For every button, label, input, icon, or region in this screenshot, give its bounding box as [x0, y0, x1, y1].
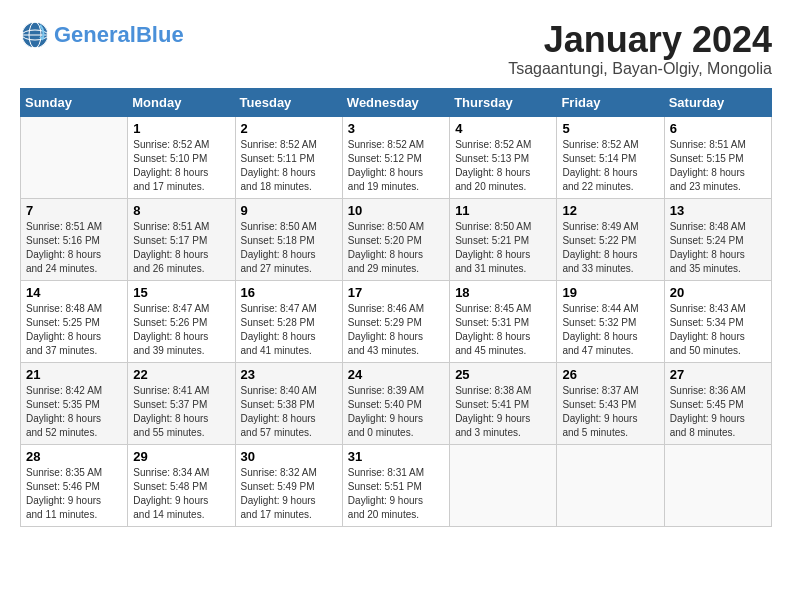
day-info: Sunrise: 8:50 AM Sunset: 5:18 PM Dayligh… — [241, 220, 337, 276]
day-number: 5 — [562, 121, 658, 136]
day-info: Sunrise: 8:48 AM Sunset: 5:25 PM Dayligh… — [26, 302, 122, 358]
calendar-cell: 16Sunrise: 8:47 AM Sunset: 5:28 PM Dayli… — [235, 280, 342, 362]
calendar-cell — [21, 116, 128, 198]
calendar-cell: 4Sunrise: 8:52 AM Sunset: 5:13 PM Daylig… — [450, 116, 557, 198]
day-number: 14 — [26, 285, 122, 300]
page-header: GeneralBlue January 2024 Tsagaantungi, B… — [20, 20, 772, 78]
calendar-cell: 12Sunrise: 8:49 AM Sunset: 5:22 PM Dayli… — [557, 198, 664, 280]
day-number: 30 — [241, 449, 337, 464]
day-info: Sunrise: 8:47 AM Sunset: 5:28 PM Dayligh… — [241, 302, 337, 358]
calendar-cell: 24Sunrise: 8:39 AM Sunset: 5:40 PM Dayli… — [342, 362, 449, 444]
day-info: Sunrise: 8:51 AM Sunset: 5:15 PM Dayligh… — [670, 138, 766, 194]
calendar-cell: 18Sunrise: 8:45 AM Sunset: 5:31 PM Dayli… — [450, 280, 557, 362]
calendar-cell — [450, 444, 557, 526]
calendar-cell: 14Sunrise: 8:48 AM Sunset: 5:25 PM Dayli… — [21, 280, 128, 362]
week-row-2: 7Sunrise: 8:51 AM Sunset: 5:16 PM Daylig… — [21, 198, 772, 280]
day-info: Sunrise: 8:52 AM Sunset: 5:14 PM Dayligh… — [562, 138, 658, 194]
day-number: 7 — [26, 203, 122, 218]
day-info: Sunrise: 8:51 AM Sunset: 5:16 PM Dayligh… — [26, 220, 122, 276]
day-number: 1 — [133, 121, 229, 136]
calendar-cell: 20Sunrise: 8:43 AM Sunset: 5:34 PM Dayli… — [664, 280, 771, 362]
day-info: Sunrise: 8:49 AM Sunset: 5:22 PM Dayligh… — [562, 220, 658, 276]
day-info: Sunrise: 8:42 AM Sunset: 5:35 PM Dayligh… — [26, 384, 122, 440]
weekday-friday: Friday — [557, 88, 664, 116]
day-number: 4 — [455, 121, 551, 136]
calendar-cell: 21Sunrise: 8:42 AM Sunset: 5:35 PM Dayli… — [21, 362, 128, 444]
weekday-row: SundayMondayTuesdayWednesdayThursdayFrid… — [21, 88, 772, 116]
day-number: 23 — [241, 367, 337, 382]
day-info: Sunrise: 8:52 AM Sunset: 5:12 PM Dayligh… — [348, 138, 444, 194]
day-info: Sunrise: 8:32 AM Sunset: 5:49 PM Dayligh… — [241, 466, 337, 522]
day-number: 3 — [348, 121, 444, 136]
logo-general: General — [54, 22, 136, 47]
weekday-monday: Monday — [128, 88, 235, 116]
day-number: 15 — [133, 285, 229, 300]
day-info: Sunrise: 8:52 AM Sunset: 5:11 PM Dayligh… — [241, 138, 337, 194]
day-number: 12 — [562, 203, 658, 218]
day-number: 24 — [348, 367, 444, 382]
calendar-cell: 1Sunrise: 8:52 AM Sunset: 5:10 PM Daylig… — [128, 116, 235, 198]
calendar-cell: 23Sunrise: 8:40 AM Sunset: 5:38 PM Dayli… — [235, 362, 342, 444]
calendar-cell: 26Sunrise: 8:37 AM Sunset: 5:43 PM Dayli… — [557, 362, 664, 444]
calendar-title: January 2024 — [508, 20, 772, 60]
calendar-cell: 17Sunrise: 8:46 AM Sunset: 5:29 PM Dayli… — [342, 280, 449, 362]
calendar-cell: 5Sunrise: 8:52 AM Sunset: 5:14 PM Daylig… — [557, 116, 664, 198]
day-number: 22 — [133, 367, 229, 382]
day-number: 10 — [348, 203, 444, 218]
weekday-wednesday: Wednesday — [342, 88, 449, 116]
calendar-header: SundayMondayTuesdayWednesdayThursdayFrid… — [21, 88, 772, 116]
day-info: Sunrise: 8:48 AM Sunset: 5:24 PM Dayligh… — [670, 220, 766, 276]
calendar-cell: 7Sunrise: 8:51 AM Sunset: 5:16 PM Daylig… — [21, 198, 128, 280]
week-row-1: 1Sunrise: 8:52 AM Sunset: 5:10 PM Daylig… — [21, 116, 772, 198]
calendar-cell: 8Sunrise: 8:51 AM Sunset: 5:17 PM Daylig… — [128, 198, 235, 280]
logo-blue: Blue — [136, 22, 184, 47]
day-number: 21 — [26, 367, 122, 382]
day-info: Sunrise: 8:44 AM Sunset: 5:32 PM Dayligh… — [562, 302, 658, 358]
calendar-cell: 31Sunrise: 8:31 AM Sunset: 5:51 PM Dayli… — [342, 444, 449, 526]
day-info: Sunrise: 8:40 AM Sunset: 5:38 PM Dayligh… — [241, 384, 337, 440]
calendar-cell: 22Sunrise: 8:41 AM Sunset: 5:37 PM Dayli… — [128, 362, 235, 444]
day-info: Sunrise: 8:47 AM Sunset: 5:26 PM Dayligh… — [133, 302, 229, 358]
calendar-cell: 3Sunrise: 8:52 AM Sunset: 5:12 PM Daylig… — [342, 116, 449, 198]
day-info: Sunrise: 8:36 AM Sunset: 5:45 PM Dayligh… — [670, 384, 766, 440]
day-info: Sunrise: 8:50 AM Sunset: 5:20 PM Dayligh… — [348, 220, 444, 276]
day-number: 2 — [241, 121, 337, 136]
day-info: Sunrise: 8:37 AM Sunset: 5:43 PM Dayligh… — [562, 384, 658, 440]
calendar-cell: 2Sunrise: 8:52 AM Sunset: 5:11 PM Daylig… — [235, 116, 342, 198]
calendar-cell: 6Sunrise: 8:51 AM Sunset: 5:15 PM Daylig… — [664, 116, 771, 198]
day-number: 13 — [670, 203, 766, 218]
calendar-cell — [664, 444, 771, 526]
day-number: 25 — [455, 367, 551, 382]
day-number: 20 — [670, 285, 766, 300]
weekday-saturday: Saturday — [664, 88, 771, 116]
day-info: Sunrise: 8:43 AM Sunset: 5:34 PM Dayligh… — [670, 302, 766, 358]
day-number: 9 — [241, 203, 337, 218]
day-number: 28 — [26, 449, 122, 464]
day-info: Sunrise: 8:39 AM Sunset: 5:40 PM Dayligh… — [348, 384, 444, 440]
logo-brand: GeneralBlue — [54, 24, 184, 46]
calendar-cell: 25Sunrise: 8:38 AM Sunset: 5:41 PM Dayli… — [450, 362, 557, 444]
weekday-sunday: Sunday — [21, 88, 128, 116]
calendar-cell: 27Sunrise: 8:36 AM Sunset: 5:45 PM Dayli… — [664, 362, 771, 444]
day-info: Sunrise: 8:51 AM Sunset: 5:17 PM Dayligh… — [133, 220, 229, 276]
week-row-5: 28Sunrise: 8:35 AM Sunset: 5:46 PM Dayli… — [21, 444, 772, 526]
calendar-cell — [557, 444, 664, 526]
day-number: 19 — [562, 285, 658, 300]
calendar-cell: 13Sunrise: 8:48 AM Sunset: 5:24 PM Dayli… — [664, 198, 771, 280]
calendar-cell: 28Sunrise: 8:35 AM Sunset: 5:46 PM Dayli… — [21, 444, 128, 526]
title-block: January 2024 Tsagaantungi, Bayan-Olgiy, … — [508, 20, 772, 78]
day-info: Sunrise: 8:50 AM Sunset: 5:21 PM Dayligh… — [455, 220, 551, 276]
day-info: Sunrise: 8:45 AM Sunset: 5:31 PM Dayligh… — [455, 302, 551, 358]
calendar-body: 1Sunrise: 8:52 AM Sunset: 5:10 PM Daylig… — [21, 116, 772, 526]
day-info: Sunrise: 8:31 AM Sunset: 5:51 PM Dayligh… — [348, 466, 444, 522]
logo: GeneralBlue — [20, 20, 184, 50]
week-row-3: 14Sunrise: 8:48 AM Sunset: 5:25 PM Dayli… — [21, 280, 772, 362]
day-number: 26 — [562, 367, 658, 382]
weekday-tuesday: Tuesday — [235, 88, 342, 116]
calendar-cell: 11Sunrise: 8:50 AM Sunset: 5:21 PM Dayli… — [450, 198, 557, 280]
calendar-cell: 15Sunrise: 8:47 AM Sunset: 5:26 PM Dayli… — [128, 280, 235, 362]
day-info: Sunrise: 8:35 AM Sunset: 5:46 PM Dayligh… — [26, 466, 122, 522]
day-info: Sunrise: 8:34 AM Sunset: 5:48 PM Dayligh… — [133, 466, 229, 522]
day-number: 29 — [133, 449, 229, 464]
day-info: Sunrise: 8:41 AM Sunset: 5:37 PM Dayligh… — [133, 384, 229, 440]
